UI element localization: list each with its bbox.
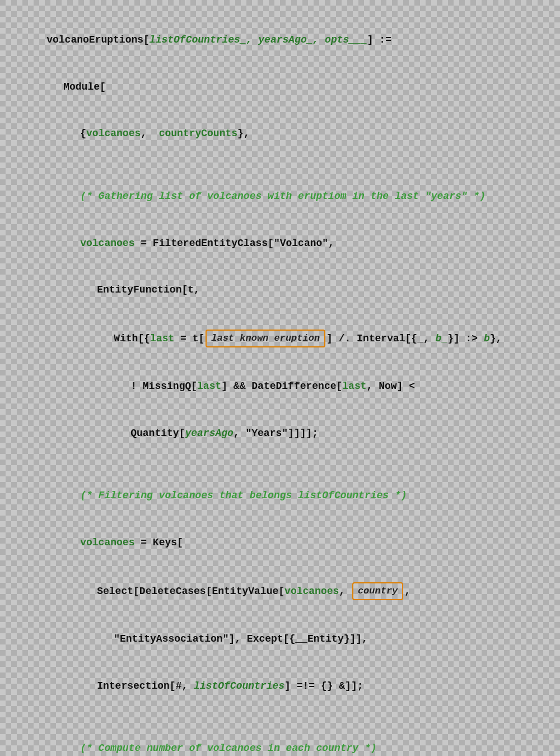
close-brace: }, <box>490 333 502 344</box>
keys-text: = Keys[ <box>134 537 183 548</box>
volcanoes-ref: volcanoes <box>284 586 339 597</box>
comment1: (* Gathering list of volcanoes with erup… <box>22 173 538 220</box>
volcanoes-filtered: volcanoes = FilteredEntityClass["Volcano… <box>22 220 538 267</box>
last-known-eruption-badge: last known eruption <box>206 330 325 347</box>
brace-open: { <box>80 128 86 139</box>
brace-close: }, <box>237 128 250 139</box>
comment2: (* Filtering volcanoes that belongs list… <box>22 473 538 520</box>
select-text: Select[DeleteCases[EntityValue[ <box>97 586 284 597</box>
last-ref2: last <box>342 381 366 392</box>
func-name: volcanoEruptions[ <box>46 34 150 45</box>
last-ref: last <box>197 381 221 392</box>
last-var: last <box>150 333 174 344</box>
comment3-text: (* Compute number of volcanoes in each c… <box>80 743 376 754</box>
equals-t: = t[ <box>174 333 204 344</box>
code-block: volcanoEruptions[listOfCountries_, years… <box>22 17 538 756</box>
with-line: With[{last = t[last known eruption] /. I… <box>22 314 538 363</box>
arrow-b: }] :> <box>447 333 484 344</box>
entity-func-text: EntityFunction[t, <box>97 284 200 295</box>
years-close: , "Years"]]]]; <box>234 428 318 439</box>
comment1-text: (* Gathering list of volcanoes with erup… <box>80 191 486 202</box>
comma2: , <box>404 586 410 597</box>
volcanoes-var: volcanoes <box>86 128 141 139</box>
intersection-text: Intersection[#, <box>97 680 194 692</box>
select-line: Select[DeleteCases[EntityValue[volcanoes… <box>22 567 538 616</box>
comma-space: , <box>141 128 158 139</box>
now-lt: , Now] < <box>367 381 415 392</box>
volcanoes-keyword1: volcanoes <box>80 238 134 249</box>
spacer2 <box>22 457 538 473</box>
years-ago-var: yearsAgo <box>185 428 233 439</box>
spacer3 <box>22 709 538 725</box>
assoc-text: "EntityAssociation"], Except[{__Entity}]… <box>114 633 368 644</box>
missing-text: ! MissingQ[ <box>130 381 197 392</box>
module-keyword: Module[ <box>63 81 106 92</box>
b-var: b <box>484 333 490 344</box>
assign: ] := <box>367 34 391 45</box>
with-open: With[{ <box>114 333 150 344</box>
module-line: Module[ <box>22 64 538 111</box>
intersection-end: ] =!= {} &]]; <box>284 680 363 692</box>
params: listOfCountries_, yearsAgo_, opts___ <box>150 34 367 45</box>
list-of-countries-ref: listOfCountries <box>194 680 284 692</box>
spacer1 <box>22 157 538 173</box>
missing-q-line: ! MissingQ[last] && DateDifference[last,… <box>22 363 538 410</box>
assign-filtered: = FilteredEntityClass["Volcano", <box>134 238 334 249</box>
country-badge1: country <box>352 582 403 600</box>
comment2-text: (* Filtering volcanoes that belongs list… <box>80 490 407 501</box>
intersection-line: Intersection[#, listOfCountries] =!= {} … <box>22 663 538 710</box>
assoc-line: "EntityAssociation"], Except[{__Entity}]… <box>22 616 538 663</box>
and-date: ] && DateDifference[ <box>221 381 342 392</box>
interval-text: ] /. Interval[{_, <box>326 333 435 344</box>
comment3: (* Compute number of volcanoes in each c… <box>22 725 538 756</box>
volcanoes-keyword2: volcanoes <box>80 537 134 548</box>
b-underscore: b_ <box>436 333 448 344</box>
quantity-text: Quantity[ <box>130 428 185 439</box>
volcanoes-keys: volcanoes = Keys[ <box>22 520 538 567</box>
module-vars: {volcanoes, countryCounts}, <box>22 110 538 157</box>
quantity-line: Quantity[yearsAgo, "Years"]]]]; <box>22 410 538 457</box>
country-counts-var: countryCounts <box>159 128 237 139</box>
comma1: , <box>339 586 351 597</box>
entity-function: EntityFunction[t, <box>22 267 538 314</box>
function-signature: volcanoEruptions[listOfCountries_, years… <box>22 17 538 64</box>
